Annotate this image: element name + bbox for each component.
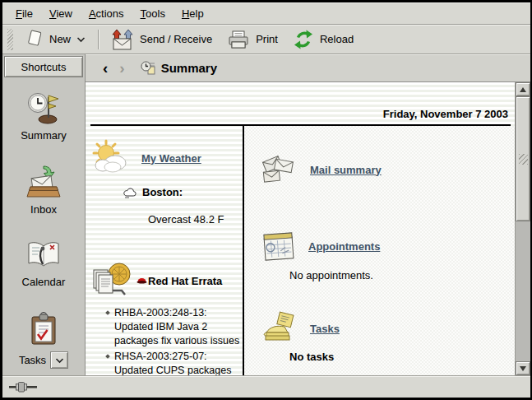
- no-appointments-text: No appointments.: [289, 269, 515, 281]
- reload-icon: [293, 29, 314, 50]
- evolution-window: File View Actions Tools Help New: [0, 0, 532, 400]
- shortcut-group-dropdown-button[interactable]: [50, 351, 68, 369]
- send-receive-label: Send / Receive: [140, 33, 212, 45]
- chevron-down-icon: [76, 36, 86, 43]
- mail-summary-link[interactable]: Mail summary: [310, 164, 382, 176]
- print-button-label: Print: [256, 33, 278, 45]
- summary-left-column: My Weather Boston:: [86, 126, 243, 375]
- tasks-section-icon: [261, 311, 300, 346]
- toolbar-grip-handle[interactable]: [7, 29, 13, 50]
- sidebar-item-summary[interactable]: Summary: [21, 91, 67, 142]
- new-button[interactable]: New: [18, 27, 93, 52]
- status-bar: [2, 375, 530, 398]
- tasks-shortcut-icon: [26, 311, 61, 347]
- weather-condition: Overcast 48.2 F: [148, 213, 243, 226]
- errata-title-row: Red Hat Errata: [136, 275, 222, 287]
- app-frame: File View Actions Tools Help New: [2, 2, 530, 398]
- content-wrap: Friday, November 7 2003: [86, 82, 530, 375]
- errata-item: RHSA-2003:275-07: Updated CUPS packages …: [105, 350, 243, 375]
- reload-button-label: Reload: [320, 33, 354, 45]
- sidebar-item-calendar-label: Calendar: [22, 276, 66, 288]
- send-receive-button[interactable]: Send / Receive: [104, 27, 220, 52]
- summary-date: Friday, November 7 2003: [86, 82, 515, 124]
- new-document-icon: [25, 29, 44, 49]
- menu-file[interactable]: File: [7, 5, 41, 22]
- errata-list: RHBA-2003:248-13: Updated IBM Java 2 pac…: [105, 306, 243, 375]
- menu-tools[interactable]: Tools: [132, 5, 173, 22]
- scroll-up-icon[interactable]: [516, 82, 530, 96]
- appointments-icon: [261, 228, 298, 264]
- errata-item: RHBA-2003:248-13: Updated IBM Java 2 pac…: [105, 306, 243, 348]
- errata-title: Red Hat Errata: [148, 275, 222, 287]
- toolbar: New Send / Receive: [2, 25, 530, 54]
- summary-shortcut-icon: [25, 91, 62, 125]
- sidebar-item-calendar[interactable]: Calendar: [22, 239, 66, 288]
- sidebar-item-inbox-label: Inbox: [30, 203, 57, 216]
- mail-summary-icon: [261, 151, 300, 188]
- sidebar-item-summary-label: Summary: [21, 129, 67, 142]
- scroll-down-icon[interactable]: [516, 361, 530, 375]
- tasks-section-header: Tasks: [261, 311, 515, 346]
- menu-actions[interactable]: Actions: [81, 5, 132, 22]
- shortcuts-group-button[interactable]: Shortcuts: [4, 56, 83, 77]
- sidebar-item-tasks[interactable]: Tasks: [19, 311, 68, 369]
- vertical-scrollbar: [515, 82, 530, 375]
- new-button-label: New: [49, 33, 71, 45]
- reload-button[interactable]: Reload: [285, 27, 361, 52]
- menu-help[interactable]: Help: [173, 5, 212, 22]
- weather-icon: [90, 139, 132, 177]
- menu-view[interactable]: View: [41, 5, 81, 22]
- print-button[interactable]: Print: [220, 27, 285, 52]
- errata-icon: [90, 261, 133, 300]
- weather-location-row: Boston:: [122, 186, 243, 198]
- red-hat-icon: [136, 277, 147, 285]
- forward-icon[interactable]: ›: [113, 60, 130, 76]
- summary-columns: My Weather Boston:: [86, 126, 515, 375]
- right-pane: ‹ › Summary Friday, November: [86, 54, 530, 375]
- weather-section-header: My Weather: [90, 139, 243, 177]
- toolbar-separator: [98, 30, 99, 49]
- shortcuts-sidebar: Shortcuts: [2, 54, 86, 375]
- appointments-link[interactable]: Appointments: [308, 240, 380, 253]
- location-cloud-icon: [122, 186, 138, 198]
- sidebar-item-inbox[interactable]: Inbox: [25, 165, 62, 216]
- my-weather-link[interactable]: My Weather: [141, 152, 201, 165]
- shortcut-items: Summary: [2, 79, 85, 392]
- sidebar-item-tasks-label: Tasks: [19, 354, 46, 366]
- calendar-shortcut-icon: [25, 239, 62, 272]
- mail-section-header: Mail summary: [261, 151, 515, 188]
- page-title: Summary: [161, 61, 217, 75]
- summary-title-icon: [141, 61, 156, 76]
- send-receive-icon: [111, 29, 134, 50]
- errata-section-header: Red Hat Errata: [90, 261, 243, 300]
- folder-title-bar: ‹ › Summary: [86, 54, 530, 82]
- tasks-link[interactable]: Tasks: [310, 323, 340, 335]
- no-tasks-text: No tasks: [289, 351, 515, 363]
- weather-location: Boston:: [142, 186, 183, 198]
- inbox-shortcut-icon: [25, 165, 62, 199]
- appointments-section-header: Appointments: [261, 228, 515, 264]
- menu-bar: File View Actions Tools Help: [2, 2, 530, 25]
- print-icon: [227, 30, 250, 49]
- back-icon[interactable]: ‹: [97, 60, 113, 76]
- scrollbar-track[interactable]: [516, 96, 530, 361]
- scrollbar-thumb-grip: [519, 154, 528, 165]
- summary-content: Friday, November 7 2003: [86, 82, 515, 375]
- scrollbar-thumb[interactable]: [516, 96, 530, 221]
- online-status-icon[interactable]: [9, 381, 37, 393]
- summary-right-column: Mail summary: [244, 126, 515, 375]
- tasks-row: Tasks: [19, 351, 68, 369]
- main-area: Shortcuts: [2, 54, 530, 375]
